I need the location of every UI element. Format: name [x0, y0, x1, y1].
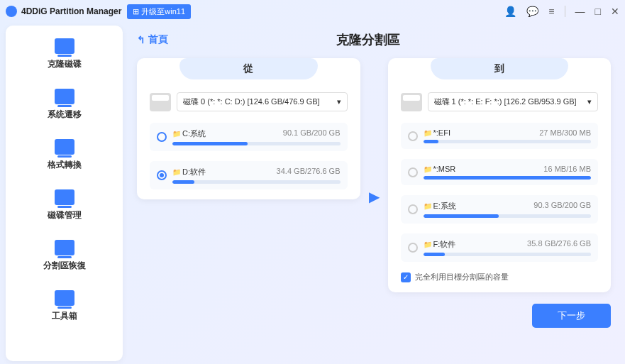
target-panel: 到 磁碟 1 (*: *: E: F: *:) [126.2 GB/953.9 …	[388, 58, 612, 292]
partition-progress	[424, 214, 592, 218]
chevron-down-icon: ▾	[337, 97, 341, 106]
sidebar-label: 克隆磁碟	[48, 58, 82, 70]
partition-radio	[408, 167, 418, 177]
app-title: 4DDiG Partition Manager	[21, 6, 121, 16]
titlebar: 4DDiG Partition Manager 升级至win11 👤 💬 ≡ —…	[0, 0, 625, 23]
partition-progress	[172, 142, 341, 145]
disk-icon	[150, 93, 171, 111]
chevron-down-icon: ▾	[587, 97, 592, 106]
app-logo-icon	[6, 6, 17, 17]
next-button[interactable]: 下一步	[532, 304, 611, 328]
partition-name: F:软件	[424, 239, 456, 250]
partition-size: 35.8 GB/276.6 GB	[527, 239, 591, 250]
sidebar-item-2[interactable]: 格式轉換	[48, 139, 82, 171]
back-arrow-icon: ↰	[137, 34, 145, 45]
partition-size: 90.1 GB/200 GB	[283, 128, 341, 139]
full-use-label: 完全利用目標分割區的容量	[415, 272, 509, 282]
minimize-icon[interactable]: —	[575, 6, 585, 17]
source-disk-select[interactable]: 磁碟 0 (*: *: C: D:) [124.6 GB/476.9 GB] ▾	[177, 92, 348, 111]
partition-item: *:EFI27 MB/300 MB	[401, 123, 599, 149]
full-use-checkbox[interactable]: ✓	[401, 272, 411, 282]
sidebar-label: 格式轉換	[48, 159, 82, 171]
sidebar-icon	[55, 89, 74, 104]
sidebar: 克隆磁碟系统遷移格式轉換磁碟管理分割區恢復工具箱	[6, 26, 123, 361]
sidebar-item-4[interactable]: 分割區恢復	[43, 240, 86, 272]
sidebar-icon	[55, 240, 74, 255]
main-content: ↰ 首頁 克隆分割區 從 磁碟 0 (*: *: C: D:) [124.6 G…	[123, 23, 625, 364]
disk-icon	[401, 93, 422, 111]
window-controls: 👤 💬 ≡ — □ ✕	[504, 6, 619, 17]
partition-item: *:MSR16 MB/16 MB	[401, 159, 599, 185]
user-icon[interactable]: 👤	[504, 6, 516, 17]
sidebar-icon	[55, 189, 74, 205]
feedback-icon[interactable]: 💬	[526, 6, 538, 17]
sidebar-label: 工具箱	[52, 310, 77, 322]
sidebar-item-3[interactable]: 磁碟管理	[48, 189, 82, 221]
source-label: 從	[179, 58, 318, 79]
partition-item: F:软件35.8 GB/276.6 GB	[401, 233, 599, 262]
sidebar-item-0[interactable]: 克隆磁碟	[48, 38, 82, 70]
partition-radio	[408, 243, 418, 253]
partition-radio	[408, 131, 418, 141]
sidebar-label: 分割區恢復	[43, 260, 86, 272]
menu-icon[interactable]: ≡	[548, 6, 554, 17]
partition-size: 34.4 GB/276.6 GB	[277, 167, 341, 177]
partition-size: 90.3 GB/200 GB	[533, 201, 591, 211]
partition-size: 27 MB/300 MB	[539, 128, 591, 137]
partition-progress	[172, 180, 341, 184]
sidebar-icon	[55, 139, 74, 155]
sidebar-icon	[55, 38, 74, 54]
sidebar-icon	[55, 290, 74, 306]
sidebar-item-1[interactable]: 系统遷移	[48, 89, 82, 121]
partition-name: *:MSR	[424, 165, 456, 173]
partition-item[interactable]: D:软件34.4 GB/276.6 GB	[150, 161, 348, 189]
close-icon[interactable]: ✕	[611, 6, 619, 17]
sidebar-label: 磁碟管理	[48, 209, 82, 221]
maximize-icon[interactable]: □	[595, 6, 601, 17]
partition-name: E:系统	[424, 201, 456, 211]
partition-item: E:系统90.3 GB/200 GB	[401, 195, 599, 224]
partition-radio[interactable]	[157, 170, 167, 180]
partition-radio	[408, 204, 418, 214]
target-label: 到	[431, 58, 569, 79]
source-panel: 從 磁碟 0 (*: *: C: D:) [124.6 GB/476.9 GB]…	[137, 58, 360, 199]
partition-name: *:EFI	[424, 128, 450, 137]
partition-progress	[424, 140, 592, 143]
partition-progress	[424, 253, 592, 256]
partition-size: 16 MB/16 MB	[543, 165, 591, 173]
upgrade-button[interactable]: 升级至win11	[127, 4, 191, 19]
partition-name: D:软件	[172, 167, 206, 177]
partition-progress	[424, 176, 592, 180]
sidebar-label: 系统遷移	[48, 109, 82, 121]
back-button[interactable]: ↰ 首頁	[137, 33, 168, 46]
partition-name: C:系统	[172, 128, 206, 139]
partition-radio[interactable]	[157, 132, 167, 142]
sidebar-item-5[interactable]: 工具箱	[52, 290, 77, 322]
partition-item[interactable]: C:系统90.1 GB/200 GB	[150, 123, 348, 151]
arrow-right-icon: ▶	[369, 188, 380, 205]
page-title: 克隆分割區	[168, 31, 568, 48]
target-disk-select[interactable]: 磁碟 1 (*: *: E: F: *:) [126.2 GB/953.9 GB…	[428, 92, 599, 111]
